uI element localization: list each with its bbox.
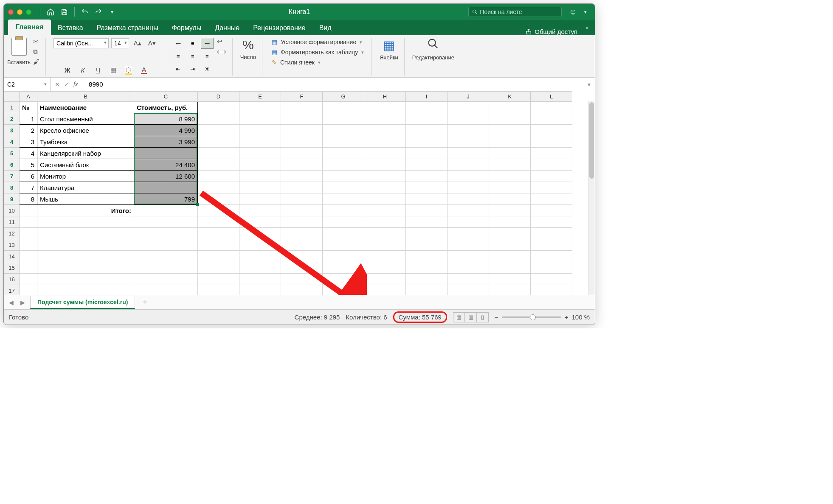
cell[interactable] [281, 205, 323, 216]
cell[interactable] [239, 136, 281, 148]
row-header[interactable]: 8 [4, 182, 20, 193]
cell[interactable] [239, 113, 281, 125]
wrap-text-icon[interactable]: ↩ [217, 38, 226, 45]
cell[interactable] [406, 228, 447, 239]
cell[interactable] [198, 262, 239, 274]
cell[interactable] [198, 193, 239, 205]
zoom-in-icon[interactable]: + [565, 314, 568, 321]
cell[interactable] [489, 159, 531, 171]
cell[interactable] [198, 113, 239, 125]
cell[interactable] [37, 285, 134, 295]
cell[interactable]: Системный блок [37, 159, 134, 171]
sheet-search[interactable] [468, 7, 562, 17]
row-header[interactable]: 17 [4, 285, 20, 295]
cell[interactable] [323, 113, 364, 125]
paste-icon[interactable] [11, 38, 27, 56]
cell[interactable] [239, 216, 281, 228]
bold-button[interactable]: Ж [62, 64, 73, 76]
cell[interactable] [364, 274, 406, 285]
cell[interactable] [281, 159, 323, 171]
cell[interactable] [239, 239, 281, 251]
cell[interactable] [323, 102, 364, 113]
tab-data[interactable]: Данные [208, 21, 246, 35]
tab-layout[interactable]: Разметка страницы [90, 21, 165, 35]
home-icon[interactable] [45, 7, 56, 17]
row-header[interactable]: 10 [4, 205, 20, 216]
cell[interactable] [20, 251, 37, 262]
cell[interactable] [531, 125, 572, 136]
cell[interactable] [489, 274, 531, 285]
spreadsheet-grid[interactable]: ABCDEFGHIJKL1№НаименованиеСтоимость, руб… [4, 91, 595, 295]
cell[interactable] [323, 171, 364, 182]
underline-button[interactable]: Ч [92, 64, 104, 76]
cell[interactable] [134, 239, 198, 251]
cell[interactable] [364, 136, 406, 148]
indent-increase-icon[interactable]: ⇥ [186, 63, 199, 74]
copy-icon[interactable]: ⧉ [33, 48, 39, 56]
row-header[interactable]: 14 [4, 251, 20, 262]
decrease-font-icon[interactable]: A▾ [146, 38, 158, 49]
cell[interactable] [406, 171, 447, 182]
cell[interactable] [323, 159, 364, 171]
row-header[interactable]: 12 [4, 228, 20, 239]
add-sheet-icon[interactable]: + [138, 298, 152, 307]
column-header[interactable]: I [406, 92, 447, 102]
cell[interactable] [531, 251, 572, 262]
cell[interactable] [406, 251, 447, 262]
cell[interactable] [531, 159, 572, 171]
cell[interactable] [134, 262, 198, 274]
cell[interactable] [489, 205, 531, 216]
cell[interactable] [489, 102, 531, 113]
cell[interactable] [447, 205, 489, 216]
cell[interactable] [531, 216, 572, 228]
cell[interactable] [489, 113, 531, 125]
cell[interactable] [239, 228, 281, 239]
cell[interactable] [489, 239, 531, 251]
cell[interactable] [281, 285, 323, 295]
cell[interactable]: Тумбочка [37, 136, 134, 148]
cell[interactable] [134, 285, 198, 295]
cell[interactable] [531, 182, 572, 193]
tab-review[interactable]: Рецензирование [246, 21, 312, 35]
cell[interactable] [20, 205, 37, 216]
cell-styles-button[interactable]: ✎ Стили ячеек [270, 58, 366, 67]
cell[interactable] [447, 125, 489, 136]
cell[interactable] [447, 216, 489, 228]
cell[interactable] [239, 274, 281, 285]
tab-home[interactable]: Главная [8, 20, 51, 35]
zoom-out-icon[interactable]: − [495, 314, 498, 321]
cell[interactable] [489, 193, 531, 205]
redo-icon[interactable] [93, 7, 104, 17]
align-left-icon[interactable]: ≡ [172, 50, 185, 62]
cell[interactable] [281, 125, 323, 136]
row-header[interactable]: 6 [4, 159, 20, 171]
cell[interactable] [239, 182, 281, 193]
next-sheet-icon[interactable]: ▶ [19, 297, 27, 308]
cell[interactable] [531, 205, 572, 216]
cell[interactable]: Мышь [37, 193, 134, 205]
cell[interactable] [364, 239, 406, 251]
cell[interactable]: № [20, 102, 37, 113]
cell[interactable]: Кресло офисное [37, 125, 134, 136]
cell[interactable] [281, 251, 323, 262]
cell[interactable] [20, 228, 37, 239]
vertical-scrollbar[interactable] [588, 101, 595, 295]
cell[interactable] [281, 113, 323, 125]
cell[interactable] [281, 171, 323, 182]
cell[interactable] [364, 193, 406, 205]
cell[interactable] [323, 251, 364, 262]
row-header[interactable]: 2 [4, 113, 20, 125]
collapse-ribbon-icon[interactable]: ˄ [581, 26, 591, 35]
cell[interactable] [281, 274, 323, 285]
cell[interactable] [323, 205, 364, 216]
cell[interactable] [281, 148, 323, 159]
cell[interactable] [447, 148, 489, 159]
cell[interactable] [20, 285, 37, 295]
cell[interactable] [239, 285, 281, 295]
cell[interactable] [531, 136, 572, 148]
undo-icon[interactable] [80, 7, 90, 17]
cell[interactable] [364, 216, 406, 228]
row-header[interactable]: 9 [4, 193, 20, 205]
cell[interactable] [281, 216, 323, 228]
cell[interactable] [20, 239, 37, 251]
